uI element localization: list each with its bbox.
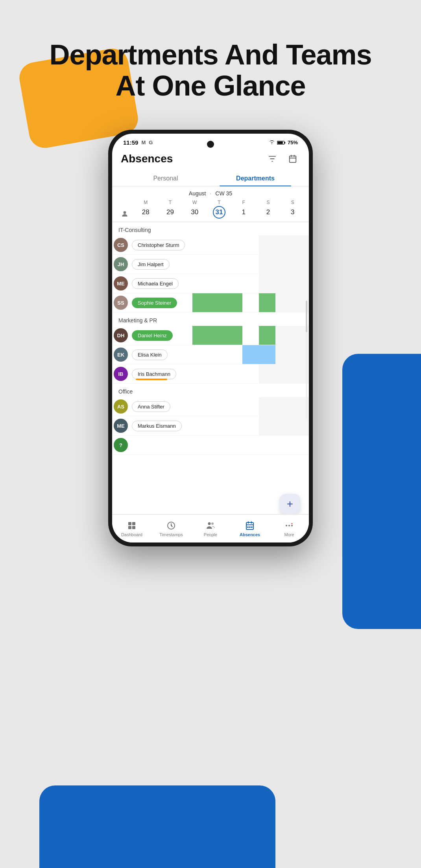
avatar-iris: IB xyxy=(114,367,128,381)
svg-point-19 xyxy=(292,523,293,524)
filter-icon xyxy=(268,154,277,163)
cal-partial-2 xyxy=(226,436,242,454)
name-cell-anna[interactable]: Anna Stifter xyxy=(129,399,192,414)
name-cell-markus[interactable]: Markus Eismann xyxy=(129,418,192,434)
cal-cell-christopher-1 xyxy=(209,235,225,254)
person-row-anna: AS Anna Stifter xyxy=(112,397,309,416)
cal-cell-michaela-1 xyxy=(209,274,225,293)
cal-cell-sophie-4 xyxy=(259,293,275,312)
name-cell-iris[interactable]: Iris Bachmann xyxy=(129,366,192,382)
status-icon-m: M xyxy=(141,140,146,145)
cal-cell-jim-2 xyxy=(226,255,242,274)
cal-cell-elisa-5 xyxy=(275,345,292,364)
nav-item-people[interactable]: People xyxy=(191,517,230,540)
cal-cell-christopher-5 xyxy=(275,235,292,254)
person-row-jim: JH Jim Halpert xyxy=(112,255,309,274)
fab-icon: + xyxy=(287,498,293,510)
nav-item-more[interactable]: More xyxy=(270,517,309,540)
cal-cell-daniel-0 xyxy=(192,326,209,345)
person-row-sophie: SS Sophie Steiner xyxy=(112,293,309,313)
nav-item-timestamps[interactable]: Timestamps xyxy=(151,517,191,540)
cal-cell-iris-0 xyxy=(192,364,209,383)
more-icon xyxy=(284,520,295,531)
cal-cell-iris-3 xyxy=(242,364,259,383)
calendar-button[interactable] xyxy=(285,151,300,166)
cal-cell-jim-5 xyxy=(275,255,292,274)
status-time: 11:59 xyxy=(123,139,138,146)
svg-point-11 xyxy=(211,522,214,525)
avatar-daniel: DH xyxy=(114,328,128,342)
calendar-month-header: August · CW 35 xyxy=(112,186,309,198)
dept-it-consulting: IT-Consulting xyxy=(112,222,309,235)
cal-cell-michaela-2 xyxy=(226,274,242,293)
person-row-iris: IB Iris Bachmann xyxy=(112,364,309,384)
day-col-3: T 31 xyxy=(207,198,231,222)
cw-label: CW 35 xyxy=(215,190,232,197)
page-heading: Departments And Teams At One Glance xyxy=(0,39,421,101)
svg-rect-3 xyxy=(290,156,296,163)
bg-decoration-blue-bottom xyxy=(39,785,275,868)
avatar-jim: JH xyxy=(114,257,128,271)
name-cell-elisa[interactable]: Elisa Klein xyxy=(129,347,192,362)
status-icon-g: G xyxy=(149,140,153,145)
cal-cell-daniel-1 xyxy=(209,326,225,345)
cal-partial-5 xyxy=(275,436,292,454)
name-cell-michaela[interactable]: Michaela Engel xyxy=(129,276,192,291)
tab-personal[interactable]: Personal xyxy=(121,171,210,186)
cal-cell-anna-0 xyxy=(192,397,209,416)
cal-cell-iris-5 xyxy=(275,364,292,383)
people-icon xyxy=(205,520,216,531)
battery-percent: 75% xyxy=(288,140,298,145)
avatar-christopher: CS xyxy=(114,238,128,252)
tab-departments[interactable]: Departments xyxy=(210,171,300,186)
cal-cell-jim-6 xyxy=(292,255,309,274)
cal-partial-3 xyxy=(242,436,259,454)
days-header: M 28 T 29 W 30 T 31 F 1 S 2 xyxy=(112,198,309,222)
svg-point-17 xyxy=(288,525,290,526)
cal-cell-sophie-1 xyxy=(209,293,225,312)
svg-point-16 xyxy=(286,525,287,526)
name-cell-jim[interactable]: Jim Halpert xyxy=(129,257,192,272)
person-row-christopher: CS Christopher Sturm xyxy=(112,235,309,255)
nav-item-dashboard[interactable]: Dashboard xyxy=(112,517,151,540)
app-title: Absences xyxy=(121,153,173,165)
svg-rect-7 xyxy=(128,526,131,529)
cal-cell-markus-1 xyxy=(209,416,225,435)
absences-icon xyxy=(244,520,255,531)
dashboard-icon xyxy=(126,520,137,531)
svg-point-18 xyxy=(291,525,293,526)
person-row-daniel: DH Daniel Heinz xyxy=(112,326,309,345)
svg-point-14 xyxy=(247,526,249,528)
cal-partial-6 xyxy=(292,436,309,454)
cal-cell-iris-2 xyxy=(226,364,242,383)
cal-cell-jim-4 xyxy=(259,255,275,274)
cal-cell-anna-5 xyxy=(275,397,292,416)
phone-frame: 11:59 M G 75% xyxy=(108,130,313,546)
cal-cell-michaela-3 xyxy=(242,274,259,293)
person-row-partial: ? xyxy=(112,436,309,455)
svg-rect-8 xyxy=(132,526,135,529)
name-cell-daniel[interactable]: Daniel Heinz xyxy=(129,328,192,343)
cal-cell-anna-3 xyxy=(242,397,259,416)
person-icon xyxy=(121,210,129,218)
svg-point-15 xyxy=(251,526,253,528)
svg-point-13 xyxy=(249,526,251,528)
wifi-icon xyxy=(269,140,275,145)
name-cell-sophie[interactable]: Sophie Steiner xyxy=(129,295,192,311)
cal-cell-sophie-2 xyxy=(226,293,242,312)
cal-cell-elisa-2 xyxy=(226,345,242,364)
fab-add-button[interactable]: + xyxy=(280,494,300,514)
cal-cell-markus-4 xyxy=(259,416,275,435)
cal-cell-daniel-3 xyxy=(242,326,259,345)
filter-button[interactable] xyxy=(265,151,280,166)
cal-cell-christopher-2 xyxy=(226,235,242,254)
cal-cell-elisa-3 xyxy=(242,345,259,364)
cal-cell-anna-1 xyxy=(209,397,225,416)
nav-item-absences[interactable]: Absences xyxy=(230,517,270,540)
name-cell-christopher[interactable]: Christopher Sturm xyxy=(129,237,192,253)
cal-cell-sophie-0 xyxy=(192,293,209,312)
camera-dot xyxy=(207,141,214,148)
cal-cell-jim-1 xyxy=(209,255,225,274)
scrollbar-thumb[interactable] xyxy=(306,301,307,332)
heading-line1: Departments And Teams xyxy=(49,39,371,70)
